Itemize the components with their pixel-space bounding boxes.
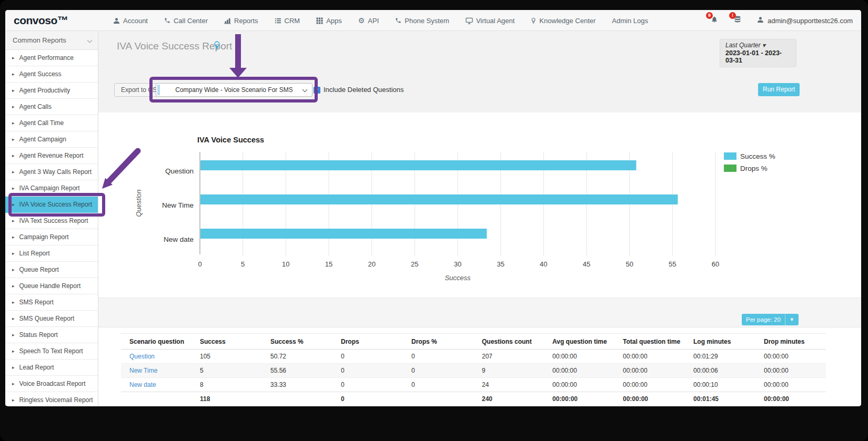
sidebar-item-list-report[interactable]: ▸List Report: [5, 245, 98, 262]
column-header-success: Success: [191, 334, 262, 350]
nav-item-label: Call Center: [174, 17, 208, 25]
table-totals-row: 118024000:00:0000:00:0000:01:4500:00:00: [121, 392, 826, 406]
sidebar-item-agent-calls[interactable]: ▸Agent Calls: [5, 99, 98, 115]
scenario-select-value: Company Wide - Voice Scenario For SMS: [175, 86, 292, 94]
svg-text:Question: Question: [165, 167, 194, 175]
lightbulb-icon: [531, 17, 536, 24]
sidebar-item-agent-revenue-report[interactable]: ▸Agent Revenue Report: [5, 148, 98, 164]
table-cell: 00:00:06: [685, 364, 755, 378]
table-cell: 00:00:00: [544, 350, 614, 364]
nav-item-api[interactable]: ⚙API: [358, 17, 379, 25]
totals-cell: 00:01:45: [685, 392, 755, 406]
sidebar-item-campaign-report[interactable]: ▸Campaign Report: [5, 229, 98, 245]
sidebar-item-label: Agent Success: [19, 70, 62, 78]
nav-item-phone-system[interactable]: Phone System: [395, 17, 449, 25]
sidebar-item-agent-productivity[interactable]: ▸Agent Productivity: [5, 83, 98, 99]
svg-text:25: 25: [411, 260, 418, 268]
sidebar-item-agent-3-way-calls-report[interactable]: ▸Agent 3 Way Calls Report: [5, 164, 98, 180]
sidebar-header[interactable]: Common Reports: [5, 31, 98, 50]
sidebar-item-queue-report[interactable]: ▸Queue Report: [5, 262, 98, 278]
caret-right-icon: ▸: [12, 234, 15, 240]
nav-item-apps[interactable]: Apps: [316, 17, 342, 25]
caret-right-icon: ▸: [12, 251, 15, 256]
sidebar-item-label: List Report: [19, 250, 50, 257]
nav-item-crm[interactable]: CRM: [275, 17, 300, 25]
sidebar-item-iva-campaign-report[interactable]: ▸IVA Campaign Report: [5, 180, 98, 197]
sidebar-item-sms-report[interactable]: ▸SMS Report: [5, 294, 98, 311]
convoso-logo[interactable]: convoso™: [14, 10, 68, 31]
nav-item-reports[interactable]: Reports: [224, 17, 258, 25]
nav-item-call-center[interactable]: Call Center: [164, 17, 208, 25]
include-deleted-checkbox[interactable]: ✓: [314, 87, 320, 94]
sidebar-item-queue-handle-report[interactable]: ▸Queue Handle Report: [5, 278, 98, 294]
app-window: convoso™ AccountCall CenterReportsCRMApp…: [5, 10, 861, 406]
table-header-row: Scenario questionSuccessSuccess %DropsDr…: [121, 334, 826, 350]
chevron-down-icon: [87, 38, 93, 43]
scenario-question-link[interactable]: Question: [121, 350, 191, 364]
bar-chart-icon: [224, 17, 231, 24]
column-header-drops: Drops %: [403, 334, 473, 350]
divider: [785, 314, 785, 325]
nav-item-knowledge-center[interactable]: Knowledge Center: [531, 17, 596, 25]
sidebar-item-label: Ringless Voicemail Report: [19, 396, 93, 404]
totals-cell: [403, 392, 473, 406]
caret-right-icon: ▸: [12, 283, 15, 289]
sidebar-item-sms-queue-report[interactable]: ▸SMS Queue Report: [5, 311, 98, 327]
phone-icon: [164, 17, 170, 24]
nav-item-label: Reports: [234, 17, 258, 25]
svg-text:55: 55: [669, 260, 676, 268]
svg-text:5: 5: [241, 260, 245, 268]
scenario-question-link[interactable]: New Time: [121, 364, 191, 378]
sidebar-item-lead-report[interactable]: ▸Lead Report: [5, 360, 98, 376]
run-report-button[interactable]: Run Report: [758, 83, 800, 96]
hint-lightbulb-icon[interactable]: [214, 41, 220, 52]
table-cell: 33.33: [262, 378, 332, 392]
sidebar-item-agent-performance[interactable]: ▸Agent Performance: [5, 50, 98, 66]
sidebar-item-label: SMS Report: [19, 299, 54, 306]
sidebar-item-ringless-voicemail-report[interactable]: ▸Ringless Voicemail Report: [5, 392, 98, 406]
sidebar-item-speech-to-text-report[interactable]: ▸Speech To Text Report: [5, 343, 98, 360]
nav-item-label: CRM: [285, 17, 300, 25]
per-page-button[interactable]: Per page: 20 ▼: [742, 314, 799, 325]
column-header-log-minutes: Log minutes: [685, 334, 755, 350]
scenario-question-link[interactable]: New date: [121, 378, 191, 392]
nav-item-admin-logs[interactable]: Admin Logs: [612, 17, 648, 25]
sidebar-item-label: Campaign Report: [19, 233, 69, 241]
top-nav: convoso™ AccountCall CenterReportsCRMApp…: [5, 10, 861, 31]
caret-right-icon: ▸: [12, 332, 15, 337]
sidebar-item-agent-call-time[interactable]: ▸Agent Call Time: [5, 115, 98, 131]
sidebar-item-label: Queue Handle Report: [19, 282, 81, 290]
check-icon: ✓: [315, 87, 319, 93]
sidebar-item-label: Agent Calls: [19, 103, 52, 110]
sidebar-item-iva-voice-success-report[interactable]: ▸IVA Voice Success Report: [5, 197, 98, 213]
notifications-bell-button[interactable]: 9: [711, 16, 718, 25]
svg-text:Drops %: Drops %: [740, 165, 768, 172]
sidebar-item-label: IVA Text Success Report: [19, 217, 88, 224]
system-status-button[interactable]: !: [734, 16, 741, 25]
nav-item-label: Apps: [326, 17, 342, 25]
table-cell: 207: [473, 350, 544, 364]
date-range-picker[interactable]: Last Quarter ▾ 2023-01-01 - 2023-03-31: [720, 39, 796, 67]
column-header-drops: Drops: [332, 334, 403, 350]
table-row: Question10550.720020700:00:0000:00:0000:…: [121, 350, 826, 364]
sidebar-item-agent-campaign[interactable]: ▸Agent Campaign: [5, 131, 98, 148]
caret-right-icon: ▸: [12, 137, 15, 142]
sidebar-item-iva-text-success-report[interactable]: ▸IVA Text Success Report: [5, 213, 98, 229]
user-menu[interactable]: admin@supporttestc26.com: [757, 16, 853, 25]
nav-item-label: Phone System: [405, 17, 449, 25]
nav-item-account[interactable]: Account: [113, 17, 148, 25]
sidebar-item-status-report[interactable]: ▸Status Report: [5, 327, 98, 343]
sidebar-item-voice-broadcast-report[interactable]: ▸Voice Broadcast Report: [5, 376, 98, 392]
user-icon: [757, 16, 764, 25]
nav-item-virtual-agent[interactable]: Virtual Agent: [466, 17, 514, 25]
sidebar-item-agent-success[interactable]: ▸Agent Success: [5, 66, 98, 83]
sidebar-item-label: Status Report: [19, 331, 58, 339]
caret-right-icon: ▸: [12, 169, 15, 175]
scenario-select[interactable]: Company Wide - Voice Scenario For SMS: [156, 83, 312, 97]
sidebar-item-label: Agent Campaign: [19, 136, 66, 143]
totals-cell: 00:00:00: [614, 392, 685, 406]
select-focus-highlight: [157, 85, 160, 95]
sidebar-item-label: IVA Campaign Report: [19, 184, 80, 192]
bell-badge: 9: [706, 12, 713, 19]
table-cell: 00:00:00: [614, 364, 685, 378]
